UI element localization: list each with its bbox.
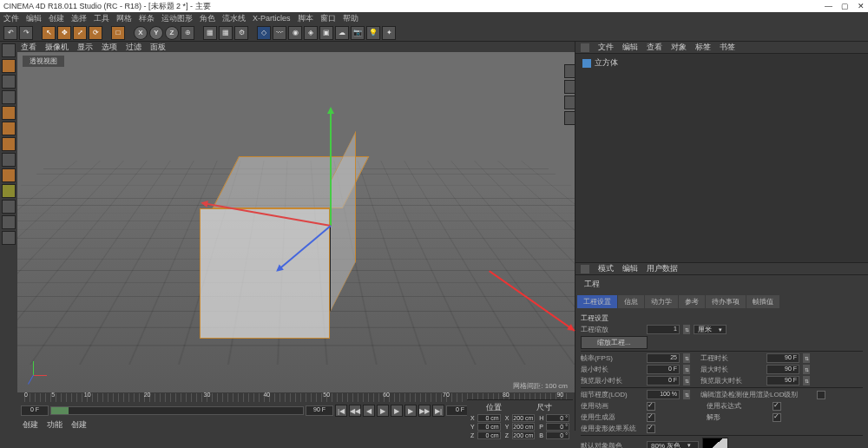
frame-end-input[interactable]: 90 F [306, 405, 333, 416]
render-region-button[interactable]: ▦ [219, 26, 233, 40]
snap-button[interactable] [2, 184, 16, 198]
deform-opt-checkbox[interactable] [773, 413, 781, 422]
move-tool[interactable]: ✥ [57, 26, 71, 40]
default-color-select[interactable]: 80% 灰色 [647, 441, 699, 449]
frame-start-input[interactable]: 0 F [21, 405, 49, 416]
axis-button[interactable] [2, 153, 16, 167]
next-frame-button[interactable]: ▶ [404, 405, 417, 417]
menu-item[interactable]: 流水线 [222, 13, 246, 24]
attr-menu-item[interactable]: 模式 [598, 263, 614, 274]
deformer-button[interactable]: ▣ [319, 26, 333, 40]
menu-item[interactable]: X-Particles [253, 14, 291, 23]
view-rotate-button[interactable] [564, 96, 575, 109]
attr-menu-item[interactable]: 用户数据 [647, 263, 678, 274]
scale-unit-select[interactable]: 厘米 [694, 325, 727, 334]
menu-item[interactable]: 脚本 [298, 13, 313, 24]
attr-tab-todo[interactable]: 待办事项 [706, 295, 746, 308]
edge-mode-button[interactable] [2, 122, 16, 135]
om-menu-item[interactable]: 标签 [695, 42, 711, 53]
om-menu-item[interactable]: 编辑 [622, 42, 638, 53]
size-z-input[interactable]: 200 cm [512, 432, 536, 439]
view-menu-item[interactable]: 摄像机 [45, 42, 69, 53]
lock-x[interactable] [134, 26, 148, 40]
menu-item[interactable]: 角色 [200, 13, 215, 24]
anim-checkbox[interactable] [647, 402, 655, 411]
view-menu-item[interactable]: 选项 [102, 42, 117, 53]
max-time-input[interactable]: 90 F [766, 365, 799, 374]
close-button[interactable]: ✕ [858, 2, 865, 10]
attr-tab-interp[interactable]: 帧插值 [746, 295, 779, 308]
prev-frame-button[interactable]: ◀ [363, 405, 375, 417]
viewport-solo-button[interactable] [2, 168, 16, 182]
min-time-input[interactable]: 0 F [647, 365, 680, 374]
attr-tab-info[interactable]: 信息 [618, 295, 644, 308]
pos-z-input[interactable]: 0 cm [477, 432, 501, 439]
size-y-input[interactable]: 200 cm [512, 423, 536, 431]
light-button[interactable]: 💡 [366, 26, 380, 40]
attr-tab-refs[interactable]: 参考 [679, 295, 705, 308]
polygon-mode-button[interactable] [2, 137, 16, 151]
expr-checkbox[interactable] [773, 402, 781, 411]
workplane-button[interactable] [2, 200, 16, 214]
redo-button[interactable]: ↷ [19, 26, 33, 40]
rot-h-input[interactable]: 0 ° [546, 414, 569, 422]
render-view-button[interactable]: ▦ [203, 26, 217, 40]
generator-button[interactable]: ◈ [304, 26, 318, 40]
environment-button[interactable]: ☁ [335, 26, 349, 40]
menu-item[interactable]: 运动图形 [161, 13, 193, 24]
om-menu-item[interactable]: 文件 [598, 42, 614, 53]
lod-render-checkbox[interactable] [817, 391, 825, 399]
menu-item[interactable]: 窗口 [320, 13, 336, 24]
fps-input[interactable]: 25 [647, 353, 680, 363]
undo-button[interactable]: ↶ [3, 26, 17, 40]
point-mode-button[interactable] [2, 106, 16, 120]
scale-tool[interactable]: ⤢ [73, 26, 87, 40]
om-menu-item[interactable]: 查看 [647, 42, 662, 53]
play-back-button[interactable]: ▶ [377, 405, 389, 417]
lod-input[interactable]: 100 % [647, 390, 680, 399]
xparticles-button[interactable]: ✦ [382, 26, 396, 40]
playback-slider[interactable] [50, 406, 304, 415]
spline-button[interactable]: 〰 [273, 26, 286, 40]
preview-min-input[interactable]: 0 F [647, 376, 680, 385]
motion-checkbox[interactable] [647, 425, 655, 433]
gizmo-y-axis[interactable] [330, 109, 332, 226]
pos-y-input[interactable]: 0 cm [477, 423, 501, 431]
menu-item[interactable]: 创建 [49, 13, 64, 24]
view-menu-item[interactable]: 显示 [77, 42, 93, 53]
view-pan-button[interactable] [564, 64, 575, 78]
goto-end-button[interactable]: ▶| [432, 405, 444, 417]
nurbs-button[interactable]: ◉ [288, 26, 302, 40]
goto-start-button[interactable]: |◀ [335, 405, 347, 417]
pos-x-input[interactable]: 0 cm [477, 414, 501, 422]
view-menu-item[interactable]: 查看 [21, 42, 36, 53]
workplane-mode-button[interactable] [2, 90, 16, 104]
camera-button[interactable]: 📷 [351, 26, 365, 40]
3d-viewport[interactable]: 透视视图 网格间距: 100 cm [17, 52, 575, 392]
scale-project-button[interactable]: 缩放工程... [581, 336, 648, 349]
object-tree[interactable]: 立方体 [575, 54, 868, 262]
primitive-cube-button[interactable]: ◇ [257, 26, 271, 40]
play-button[interactable]: ▶ [391, 405, 403, 417]
spinner[interactable]: ⇅ [683, 325, 690, 334]
model-mode-button[interactable] [2, 59, 16, 73]
menu-item[interactable]: 编辑 [26, 13, 42, 24]
view-menu-item[interactable]: 面板 [150, 42, 166, 53]
lock-y[interactable] [149, 26, 163, 40]
attr-menu-item[interactable]: 编辑 [622, 263, 638, 274]
prev-key-button[interactable]: ◀◀ [349, 405, 361, 417]
attr-tab-project[interactable]: 工程设置 [577, 295, 617, 308]
coord-sys-button[interactable]: ⊕ [181, 26, 194, 40]
lock-z[interactable] [165, 26, 179, 40]
planar-workplane-button[interactable] [2, 231, 16, 245]
view-menu-item[interactable]: 过滤 [126, 42, 141, 53]
om-menu-item[interactable]: 书签 [720, 42, 735, 53]
rot-p-input[interactable]: 0 ° [546, 423, 569, 431]
object-name[interactable]: 立方体 [595, 57, 618, 69]
om-menu-item[interactable]: 对象 [671, 42, 687, 53]
size-x-input[interactable]: 200 cm [512, 414, 536, 422]
proj-time-input[interactable]: 90 F [766, 353, 799, 363]
texture-mode-button[interactable] [2, 75, 16, 89]
gen-checkbox[interactable] [647, 413, 655, 422]
attr-tab-dynamics[interactable]: 动力学 [645, 295, 678, 308]
